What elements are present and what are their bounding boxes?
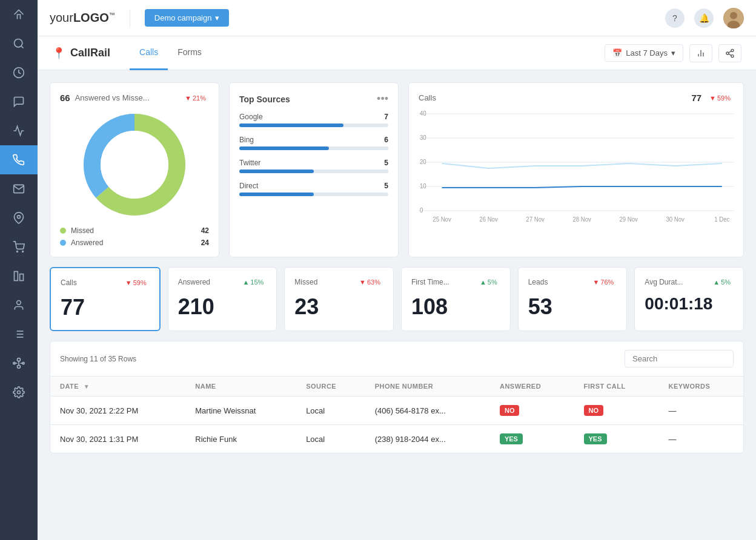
source-row-direct: Direct 5 bbox=[239, 182, 388, 196]
sidebar-item-reports[interactable] bbox=[0, 58, 38, 87]
stat-leads[interactable]: Leads ▼ 76% 53 bbox=[518, 267, 628, 331]
col-first-call[interactable]: FIRST CALL bbox=[574, 377, 659, 397]
stat-answered-change: ▲ 15% bbox=[239, 277, 267, 287]
col-answered[interactable]: ANSWERED bbox=[490, 377, 574, 397]
cell-name-1: Martine Weissnat bbox=[185, 397, 296, 425]
col-keywords[interactable]: KEYWORDS bbox=[659, 377, 744, 397]
source-direct-count: 5 bbox=[384, 182, 388, 190]
sidebar-item-list[interactable] bbox=[0, 320, 38, 349]
icon-sidebar bbox=[0, 0, 38, 540]
svg-text:0: 0 bbox=[420, 207, 423, 214]
legend-missed: Missed 42 bbox=[60, 226, 209, 235]
svg-point-5 bbox=[22, 251, 24, 252]
stat-first-time-header: First Time... ▲ 5% bbox=[411, 277, 500, 287]
stat-avg-duration[interactable]: Avg Durat... ▲ 5% 00:01:18 bbox=[634, 267, 744, 331]
col-name[interactable]: NAME bbox=[185, 377, 296, 397]
svg-point-3 bbox=[18, 216, 21, 219]
sidebar-item-calls[interactable] bbox=[0, 145, 38, 174]
help-button[interactable]: ? bbox=[665, 8, 685, 28]
logo-area: yourLOGO™ Demo campaign ▾ bbox=[50, 9, 229, 27]
source-label-direct: Direct 5 bbox=[239, 182, 388, 190]
sub-header-right: 📅 Last 7 Days ▾ bbox=[605, 44, 741, 62]
stat-missed-label: Missed bbox=[294, 278, 317, 286]
cell-answered-2: YES bbox=[490, 425, 574, 453]
stat-calls-value: 77 bbox=[61, 295, 150, 320]
stat-avg-duration-label: Avg Durat... bbox=[645, 278, 683, 286]
stat-missed[interactable]: Missed ▼ 63% 23 bbox=[284, 267, 394, 331]
notifications-button[interactable]: 🔔 bbox=[694, 8, 714, 28]
chart-header: Calls 77 ▼ 59% bbox=[419, 93, 734, 103]
svg-text:20: 20 bbox=[420, 159, 426, 165]
stat-avg-duration-change: ▲ 5% bbox=[710, 277, 734, 287]
donut-chart bbox=[80, 110, 189, 219]
search-input[interactable] bbox=[625, 350, 734, 367]
cell-first-call-1: NO bbox=[574, 397, 659, 425]
stat-missed-header: Missed ▼ 63% bbox=[294, 277, 383, 287]
sidebar-item-chat[interactable] bbox=[0, 87, 38, 116]
svg-point-22 bbox=[18, 391, 21, 394]
sidebar-item-home[interactable] bbox=[0, 0, 38, 29]
svg-text:40: 40 bbox=[420, 110, 426, 117]
stat-leads-label: Leads bbox=[528, 278, 548, 286]
sidebar-item-analytics[interactable] bbox=[0, 262, 38, 291]
sidebar-item-integrations[interactable] bbox=[0, 349, 38, 378]
chart-view-button[interactable] bbox=[689, 44, 712, 62]
calls-data-table: DATE ▼ NAME SOURCE PHONE NUMBER ANSWERED… bbox=[50, 377, 743, 453]
sidebar-item-search[interactable] bbox=[0, 29, 38, 58]
svg-text:10: 10 bbox=[420, 183, 426, 189]
missed-label: Missed bbox=[71, 226, 196, 235]
svg-point-8 bbox=[17, 301, 21, 305]
stat-first-time-change: ▲ 5% bbox=[477, 277, 500, 287]
source-label-bing: Bing 6 bbox=[239, 136, 388, 144]
table-row[interactable]: Nov 30, 2021 1:31 PM Richie Funk Local (… bbox=[50, 425, 743, 453]
dashboard: 66 Answered vs Misse... ▼ 21% bbox=[38, 70, 756, 466]
table-row[interactable]: Nov 30, 2021 2:22 PM Martine Weissnat Lo… bbox=[50, 397, 743, 425]
svg-point-29 bbox=[731, 49, 734, 51]
first-call-badge-2: YES bbox=[584, 433, 607, 444]
stat-calls[interactable]: Calls ▼ 59% 77 bbox=[50, 267, 161, 331]
col-phone[interactable]: PHONE NUMBER bbox=[365, 377, 490, 397]
sidebar-item-location[interactable] bbox=[0, 203, 38, 232]
brand-pin-icon: 📍 bbox=[52, 47, 65, 60]
cell-first-call-2: YES bbox=[574, 425, 659, 453]
sidebar-item-tracking[interactable] bbox=[0, 116, 38, 145]
stat-avg-duration-value: 00:01:18 bbox=[645, 294, 734, 314]
sidebar-item-settings[interactable] bbox=[0, 378, 38, 407]
donut-change-badge: ▼ 21% bbox=[182, 93, 209, 103]
sidebar-item-mail[interactable] bbox=[0, 174, 38, 203]
donut-container: Missed 42 Answered 24 bbox=[60, 110, 209, 247]
progress-fill-google bbox=[239, 123, 343, 127]
progress-bg-twitter bbox=[239, 170, 388, 173]
sub-tabs: Calls Forms bbox=[130, 36, 211, 70]
svg-point-31 bbox=[731, 54, 734, 57]
sources-menu-icon[interactable]: ••• bbox=[377, 93, 388, 105]
chart-value: 77 bbox=[691, 93, 701, 103]
sort-icon: ▼ bbox=[84, 383, 90, 390]
calls-table-section: Showing 11 of 35 Rows DATE ▼ NAME S bbox=[50, 341, 744, 453]
avatar[interactable] bbox=[723, 8, 744, 28]
stat-first-time-value: 108 bbox=[411, 294, 500, 320]
sources-title: Top Sources bbox=[239, 94, 290, 104]
cell-phone-1: (406) 564-8178 ex... bbox=[365, 397, 490, 425]
source-google-count: 7 bbox=[384, 113, 388, 121]
col-source[interactable]: SOURCE bbox=[296, 377, 365, 397]
answered-vs-missed-card: 66 Answered vs Misse... ▼ 21% bbox=[50, 82, 219, 257]
table-info: Showing 11 of 35 Rows bbox=[60, 355, 136, 363]
campaign-button[interactable]: Demo campaign ▾ bbox=[145, 9, 230, 27]
answered-value: 24 bbox=[201, 239, 209, 247]
stat-first-time[interactable]: First Time... ▲ 5% 108 bbox=[401, 267, 511, 331]
tab-calls[interactable]: Calls bbox=[130, 36, 168, 70]
donut-card-value: 66 bbox=[60, 93, 70, 103]
sidebar-item-users[interactable] bbox=[0, 291, 38, 320]
stat-missed-value: 23 bbox=[294, 294, 383, 320]
source-bing-label: Bing bbox=[239, 136, 254, 144]
sidebar-item-cart[interactable] bbox=[0, 232, 38, 262]
share-button[interactable] bbox=[718, 44, 741, 62]
stat-answered[interactable]: Answered ▲ 15% 210 bbox=[168, 267, 277, 331]
svg-text:1 Dec: 1 Dec bbox=[714, 216, 729, 223]
tab-forms[interactable]: Forms bbox=[168, 36, 211, 70]
date-filter-button[interactable]: 📅 Last 7 Days ▾ bbox=[605, 44, 683, 62]
col-date[interactable]: DATE ▼ bbox=[50, 377, 185, 397]
answered-label: Answered bbox=[71, 239, 196, 247]
svg-text:30: 30 bbox=[420, 134, 426, 141]
